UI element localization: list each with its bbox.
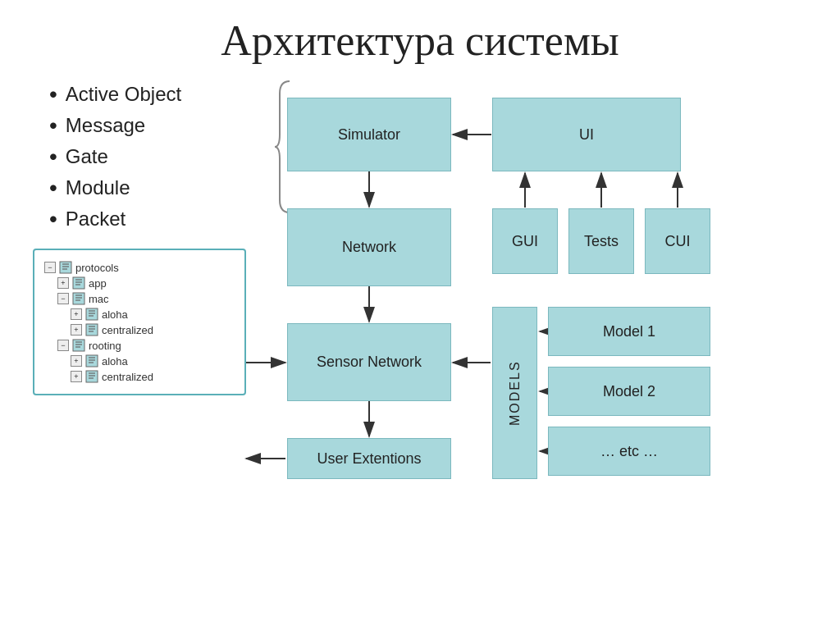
- svg-rect-8: [73, 293, 84, 304]
- tree-item-aloha2: + aloha: [71, 354, 235, 368]
- page: Архитектура системы Active Object Messag…: [0, 0, 840, 630]
- tree-item-centralized2: + centralized: [71, 370, 235, 383]
- tree-node-icon: [85, 354, 98, 368]
- box-simulator: Simulator: [287, 98, 451, 171]
- tree-item-rooting: − rooting: [57, 339, 235, 352]
- svg-rect-24: [86, 355, 98, 367]
- box-model2: Model 2: [548, 367, 710, 416]
- tree-item-protocols: − protocols: [44, 261, 235, 274]
- tree-box: − protocols +: [33, 249, 246, 395]
- page-title: Архитектура системы: [33, 16, 807, 65]
- tree-item-app: + app: [57, 276, 235, 290]
- svg-rect-16: [86, 324, 98, 336]
- expand-plus-icon-5[interactable]: +: [71, 371, 82, 382]
- tree-label-centralized2: centralized: [102, 371, 153, 383]
- box-etc: … etc …: [548, 427, 710, 476]
- tree-node-icon: [85, 323, 98, 336]
- box-ui: UI: [492, 98, 681, 171]
- tree-label-mac: mac: [89, 293, 109, 305]
- expand-minus-icon-3[interactable]: −: [57, 340, 69, 351]
- tree-node-icon: [59, 261, 72, 274]
- expand-plus-icon-2[interactable]: +: [71, 308, 82, 320]
- expand-plus-icon-3[interactable]: +: [71, 324, 82, 336]
- box-gui: GUI: [492, 208, 558, 274]
- svg-rect-4: [73, 277, 84, 289]
- expand-plus-icon[interactable]: +: [57, 277, 69, 289]
- box-sensor-network: Sensor Network: [287, 323, 451, 401]
- tree-item-mac: − mac: [57, 292, 235, 305]
- box-cui: CUI: [645, 208, 710, 274]
- tree-label-centralized1: centralized: [102, 324, 153, 336]
- svg-rect-0: [60, 262, 71, 273]
- tree-label-aloha2: aloha: [102, 355, 128, 368]
- expand-minus-icon[interactable]: −: [44, 262, 56, 273]
- svg-rect-20: [73, 340, 84, 351]
- tree-node-icon: [72, 339, 85, 352]
- svg-rect-12: [86, 308, 98, 320]
- tree-node-icon: [85, 370, 98, 383]
- box-tests: Tests: [568, 208, 634, 274]
- tree-label-protocols: protocols: [75, 262, 119, 274]
- tree-item-aloha1: + aloha: [71, 308, 235, 321]
- content-area: Active Object Message Gate Module Packet…: [33, 81, 807, 500]
- tree-label-app: app: [89, 277, 107, 290]
- box-model1: Model 1: [548, 307, 710, 356]
- box-user-extentions: User Extentions: [287, 438, 451, 479]
- diagram-wrapper: Simulator UI Network GUI Tests CUI: [238, 81, 714, 500]
- tree-node-icon: [72, 292, 85, 305]
- box-network: Network: [287, 208, 451, 286]
- tree-label-aloha1: aloha: [102, 308, 128, 321]
- expand-plus-icon-4[interactable]: +: [71, 355, 82, 367]
- svg-rect-28: [86, 371, 98, 382]
- tree-node-icon: [85, 308, 98, 321]
- tree-label-rooting: rooting: [89, 340, 121, 352]
- expand-minus-icon-2[interactable]: −: [57, 293, 69, 304]
- box-models: MODELS: [492, 307, 537, 479]
- tree-item-centralized1: + centralized: [71, 323, 235, 336]
- tree-node-icon: [72, 276, 85, 290]
